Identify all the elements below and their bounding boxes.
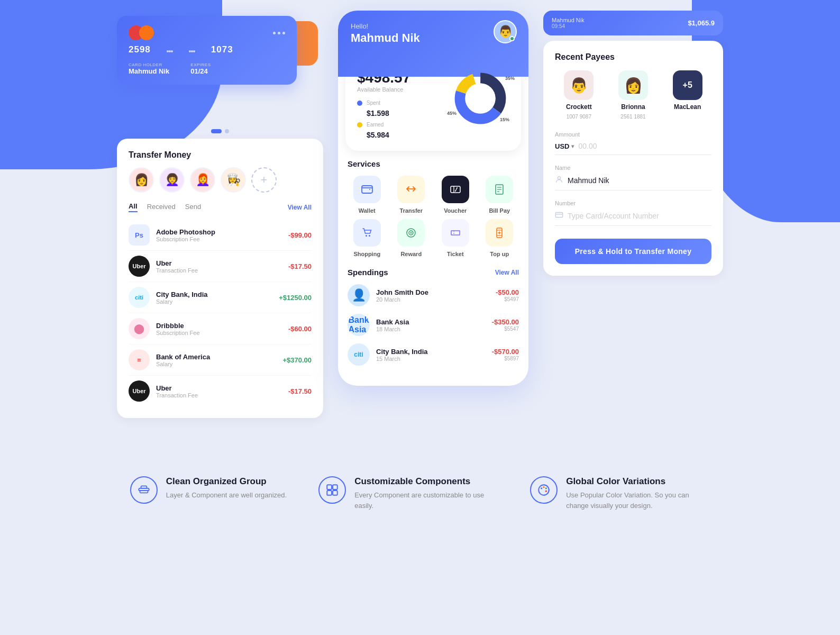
service-transfer-label: Transfer [400,207,423,214]
nav-dot-2[interactable] [225,129,229,133]
tab-received[interactable]: Received [147,203,176,212]
svg-rect-24 [140,491,148,493]
features-section: Clean Organized Group Layer & Component … [0,450,840,532]
transactions-list: Ps Adobe Photoshop Subscription Fee -$99… [129,220,312,406]
table-row: ⬤ Dribbble Subscription Fee -$60.00 [129,313,312,344]
payee-brionna[interactable]: 👩 Brionna 2561 1881 [609,70,658,120]
feature-color-title: Global Color Variations [566,476,710,487]
feature-customizable-desc: Every Component are customizable to use … [354,490,498,511]
spending-icon-1: 👤 [348,284,370,306]
donut-label-35: 35% [505,76,515,81]
card-dots-2 [189,44,195,55]
svg-rect-27 [333,485,337,489]
customizable-icon [318,476,346,504]
service-wallet[interactable]: Wallet [348,176,387,214]
online-dot [509,36,515,41]
currency-selector[interactable]: USD ▾ [555,142,574,150]
amount-input[interactable] [578,142,711,150]
payee-number-brionna: 2561 1881 [620,114,645,120]
add-contact-button[interactable]: + [251,167,277,193]
view-all-link[interactable]: View All [288,204,312,211]
avatar-1[interactable]: 👩 [129,167,154,193]
service-billpay[interactable]: Bill Pay [480,176,519,214]
person-icon [555,175,563,186]
svg-point-32 [543,486,545,488]
tabs-row: All Received Send View All [129,202,312,212]
payee-number-crockett: 1007 9087 [567,114,591,120]
tab-all[interactable]: All [129,202,138,212]
card-stack: 3754 Mah... 2598 [117,16,323,116]
table-row: Uber Uber Transaction Fee -$17.50 [129,251,312,282]
greeting-text: Hello! [351,22,516,30]
phone-body: Services Wallet Transfer [338,151,528,386]
earned-label: Earned [367,122,384,128]
user-name: Mahmud Nik [351,31,516,45]
table-row: Uber Uber Transaction Fee -$17.50 [129,376,312,406]
number-form-group: Number [555,200,711,226]
transfer-button[interactable]: Press & Hold to Transfer Money [555,239,711,264]
bank-card-front: 2598 1073 CARD HOLDER Mahmud Nik [117,16,297,85]
card-expires-label: EXPIRES [190,62,211,67]
color-variations-icon [530,476,558,504]
spent-label: Spent [367,100,380,106]
svg-point-34 [545,491,547,492]
trans-icon-dribbble: ⬤ [129,318,150,339]
service-reward[interactable]: Reward [392,219,431,257]
payee-more[interactable]: +5 MacLean [663,70,711,120]
svg-rect-25 [141,486,147,488]
payee-name-brionna: Brionna [621,103,645,111]
earned-value: $5.984 [367,131,446,139]
avatar-3[interactable]: 👩‍🦰 [190,167,215,193]
svg-point-4 [455,190,456,192]
service-topup-label: Top up [490,251,509,257]
service-ticket-label: Ticket [447,251,464,257]
payee-avatar-brionna: 👩 [618,70,648,100]
card-num-2: 1073 [211,44,233,55]
payees-row: 👨 Crockett 1007 9087 👩 Brionna 2561 1881 [555,70,711,120]
svg-point-3 [456,187,458,188]
donut-center [465,83,495,113]
card-icon [555,211,563,221]
services-title: Services [348,159,519,168]
services-grid: Wallet Transfer Voucher [348,176,519,257]
right-card-amount: $1,065.9 [688,19,715,27]
phone-wrapper: Hello! Mahmud Nik 👨 $498.57 Available Ba… [338,11,528,386]
service-ticket[interactable]: Ticket [436,219,475,257]
donut-chart: 35% 45% 15% [451,69,509,128]
service-transfer[interactable]: Transfer [392,176,431,214]
name-input[interactable] [568,176,711,185]
tab-send[interactable]: Send [185,203,201,212]
feature-color: Global Color Variations Use Popular Colo… [530,476,710,511]
payee-crockett[interactable]: 👨 Crockett 1007 9087 [555,70,603,120]
service-voucher[interactable]: Voucher [436,176,475,214]
feature-customizable: Customizable Components Every Component … [318,476,498,511]
user-avatar: 👨 [494,20,517,43]
service-voucher-label: Voucher [444,207,467,214]
svg-point-33 [545,487,547,489]
spending-row-2: BankAsia Bank Asia 18 March -$350.00 $55… [348,314,519,336]
donut-label-45: 45% [447,111,456,116]
feature-customizable-title: Customizable Components [354,476,498,487]
card-number-input[interactable] [568,212,711,220]
card-dots-1 [167,44,173,55]
spending-icon-2: BankAsia [348,314,370,336]
spendings-header: Spendings View All [348,268,519,277]
spending-row-1: 👤 John Smith Doe 20 March -$50.00 $5497 [348,284,519,306]
service-topup[interactable]: Top up [480,219,519,257]
svg-rect-0 [362,186,372,193]
spendings-view-all[interactable]: View All [495,269,519,276]
spent-value: $1.598 [367,109,446,117]
feature-clean-desc: Layer & Component are well organized. [166,490,287,501]
card-expires-value: 01/24 [190,67,211,75]
service-shopping[interactable]: Shopping [348,219,387,257]
right-top-bar: Mahmud Nik 09:54 $1,065.9 [543,11,723,35]
avatar-2[interactable]: 👩‍🦱 [159,167,185,193]
svg-rect-29 [333,491,337,495]
payee-avatar-more: +5 [673,70,702,100]
right-card-time: 09:54 [552,23,585,29]
avatar-4[interactable]: 👩‍🍳 [221,167,246,193]
recent-payees-title: Recent Payees [555,52,711,62]
svg-rect-26 [327,485,332,489]
feature-clean-title: Clean Organized Group [166,476,287,487]
nav-dot-1[interactable] [211,129,222,133]
